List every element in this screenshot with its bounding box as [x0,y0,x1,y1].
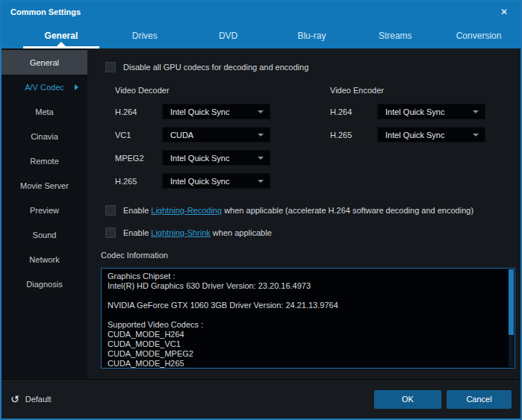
sidebar-item-cinavia[interactable]: Cinavia [1,124,87,148]
sidebar-item-preview[interactable]: Preview [1,198,87,222]
codec-information-box[interactable]: Graphics Chipset : Intel(R) HD Graphics … [101,268,515,369]
dropdown-value: Intel Quick Sync [385,107,444,116]
tab-dvd[interactable]: DVD [187,22,270,48]
sidebar-item-movie-server[interactable]: Movie Server [1,173,87,198]
sidebar-item-label: Meta [35,107,53,116]
dropdown-value: Intel Quick Sync [385,131,444,140]
sidebar-item-label: Preview [30,206,59,215]
tab-conversion[interactable]: Conversion [437,22,521,48]
tab-label: Streams [379,31,412,41]
encoder-row-h264: H.264 Intel Quick Sync [330,104,485,119]
lightning-shrink-label: Enable Lightning-Shrink when applicable [123,228,272,237]
sidebar-item-label: A/V Codec [25,83,64,92]
chevron-down-icon [258,134,264,137]
tab-bar: General Drives DVD Blu-ray Streams Conve… [1,22,521,48]
tab-label: Conversion [456,31,502,41]
codec-info-line: NVIDIA GeForce GTX 1060 3GB Driver Versi… [108,301,503,310]
sidebar-item-remote[interactable]: Remote [1,148,87,173]
sidebar-item-sound[interactable]: Sound [1,222,87,247]
sidebar-item-label: Movie Server [20,181,69,190]
codec-label: H.265 [115,177,162,186]
label-text: when applicable (accelerate H.264 softwa… [222,206,473,215]
scrollbar-thumb[interactable] [509,269,514,335]
label-text: Enable [123,228,151,237]
video-encoder-title: Video Encoder [330,86,485,96]
lightning-recoding-link[interactable]: Lightning-Recoding [151,206,222,215]
lightning-shrink-link[interactable]: Lightning-Shrink [151,228,211,237]
decoder-row-h265: H.265 Intel Quick Sync [115,173,330,189]
disable-gpu-checkbox[interactable] [105,62,116,72]
codec-label: H.265 [330,131,377,140]
tab-streams[interactable]: Streams [353,22,437,48]
decoder-row-vc1: VC1 CUDA [115,127,330,142]
decoder-h264-dropdown[interactable]: Intel Quick Sync [162,104,270,119]
av-codec-panel: Disable all GPU codecs for decoding and … [87,48,521,379]
codec-box-scrollbar[interactable] [509,269,514,367]
codec-info-line: CUDA_MODE_H264 [108,330,503,339]
sidebar-item-av-codec[interactable]: A/V Codec [1,75,87,99]
tab-general[interactable]: General [1,22,103,48]
codec-information-label: Codec Information [101,251,515,260]
decoder-mpeg2-dropdown[interactable]: Intel Quick Sync [162,150,270,166]
lightning-shrink-checkbox[interactable] [105,228,116,238]
label-text: when applicable [211,228,272,237]
tab-drives[interactable]: Drives [103,22,187,48]
tab-label: Drives [132,31,158,41]
cancel-button[interactable]: Cancel [447,390,512,409]
decoder-h265-dropdown[interactable]: Intel Quick Sync [162,173,270,189]
codec-label: H.264 [115,107,162,116]
chevron-down-icon [258,180,264,183]
sidebar-item-diagnosis[interactable]: Diagnosis [1,272,87,296]
decoder-vc1-dropdown[interactable]: CUDA [162,127,270,142]
encoder-h264-dropdown[interactable]: Intel Quick Sync [377,104,485,119]
decoder-row-h264: H.264 Intel Quick Sync [115,104,330,119]
chevron-down-icon [473,134,479,137]
codec-label: MPEG2 [115,154,162,163]
sidebar-item-label: Network [29,255,59,264]
decoder-row-mpeg2: MPEG2 Intel Quick Sync [115,150,330,166]
sidebar-item-label: Remote [30,157,59,166]
codec-label: VC1 [115,131,162,140]
dropdown-value: Intel Quick Sync [170,154,229,163]
codec-info-line: CUDA_MODE_MPEG2 [108,349,503,359]
close-icon[interactable]: ✕ [497,4,512,19]
dialog-title: Common Settings [10,7,81,16]
sidebar-item-general[interactable]: General [1,50,87,75]
codec-info-line: Graphics Chipset : [108,272,503,281]
codec-grid: Video Decoder H.264 Intel Quick Sync VC1… [115,86,515,189]
sidebar-item-label: Sound [33,231,57,239]
sidebar-item-meta[interactable]: Meta [1,99,87,124]
chevron-down-icon [258,157,264,160]
codec-info-line [108,310,503,320]
tab-label: DVD [219,31,237,41]
video-decoder-title: Video Decoder [115,86,330,96]
dialog-body: General A/V Codec Meta Cinavia Remote Mo… [1,48,521,379]
chevron-down-icon [258,110,264,113]
lightning-recoding-checkbox[interactable] [105,205,116,216]
dropdown-value: Intel Quick Sync [170,177,229,186]
encoder-h265-dropdown[interactable]: Intel Quick Sync [377,127,485,142]
title-bar: Common Settings ✕ [1,1,521,22]
footer-bar: ↺ Default OK Cancel [1,379,521,419]
video-decoder-section: Video Decoder H.264 Intel Quick Sync VC1… [115,86,330,189]
sidebar-item-label: General [30,58,59,67]
dropdown-value: CUDA [170,131,193,140]
sidebar: General A/V Codec Meta Cinavia Remote Mo… [1,48,87,379]
video-encoder-section: Video Encoder H.264 Intel Quick Sync H.2… [330,86,485,189]
reset-icon: ↺ [10,394,19,404]
lightning-recoding-label: Enable Lightning-Recoding when applicabl… [123,206,473,215]
submenu-arrow-icon [75,84,78,90]
common-settings-dialog: Common Settings ✕ General Drives DVD Blu… [0,0,522,420]
codec-info-line [108,291,503,301]
disable-gpu-label: Disable all GPU codecs for decoding and … [123,63,308,72]
sidebar-item-label: Cinavia [31,132,58,141]
codec-info-line: CUDA_MODE_VC1 [108,339,503,349]
lightning-recoding-row: Enable Lightning-Recoding when applicabl… [105,205,515,216]
disable-gpu-row: Disable all GPU codecs for decoding and … [105,62,515,72]
sidebar-item-network[interactable]: Network [1,247,87,272]
dropdown-value: Intel Quick Sync [170,107,229,116]
default-button[interactable]: ↺ Default [10,394,52,404]
tab-label: Blu-ray [297,31,326,41]
tab-blu-ray[interactable]: Blu-ray [270,22,353,48]
ok-button[interactable]: OK [374,390,441,409]
